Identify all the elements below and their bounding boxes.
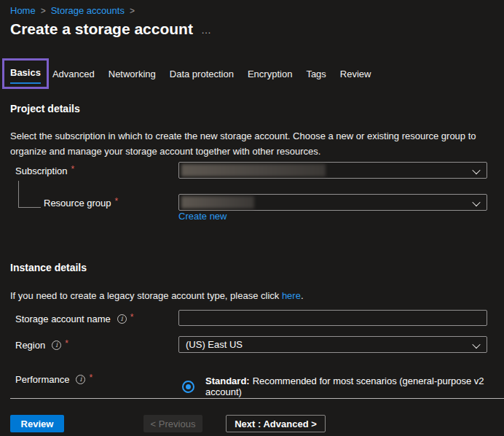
breadcrumb-link-home[interactable]: Home — [10, 5, 36, 16]
info-icon[interactable]: i — [76, 375, 85, 384]
redacted-subscription-value — [181, 164, 326, 176]
breadcrumb-separator: > — [130, 6, 135, 16]
region-selected-value: (US) East US — [179, 339, 243, 350]
radio-dot — [186, 384, 191, 389]
previous-button[interactable]: < Previous — [143, 415, 202, 432]
breadcrumb-separator: > — [41, 6, 46, 16]
region-dropdown[interactable]: (US) East US — [178, 336, 487, 353]
performance-option-bold: Standard: — [205, 375, 250, 386]
footer-divider — [10, 398, 504, 399]
performance-label: Performance i * — [15, 374, 92, 385]
resource-group-label-text: Resource group — [44, 198, 111, 209]
tab-review[interactable]: Review — [340, 69, 371, 79]
page-title: Create a storage account — [10, 20, 193, 38]
region-label-text: Region — [15, 340, 45, 351]
tab-basics-label: Basics — [10, 67, 41, 78]
performance-standard-option: Standard:Recommended for most scenarios … — [182, 375, 504, 397]
legacy-note-text: If you need to create a legacy storage a… — [10, 290, 282, 301]
tab-data-protection[interactable]: Data protection — [170, 69, 234, 79]
required-asterisk: * — [130, 312, 134, 322]
chevron-down-icon — [472, 340, 480, 349]
storage-account-name-input[interactable] — [178, 310, 487, 326]
review-button[interactable]: Review — [10, 415, 64, 432]
required-asterisk: * — [89, 373, 92, 383]
subscription-label: Subscription * — [15, 166, 74, 176]
performance-label-text: Performance — [15, 374, 69, 385]
legacy-account-note: If you need to create a legacy storage a… — [10, 288, 495, 303]
breadcrumb-link-storage-accounts[interactable]: Storage accounts — [51, 5, 125, 16]
create-storage-account-page: Home > Storage accounts > Create a stora… — [0, 0, 504, 436]
subscription-label-text: Subscription — [15, 166, 68, 176]
active-tab-underline — [10, 82, 41, 84]
resource-group-label: Resource group * — [44, 198, 118, 209]
required-asterisk: * — [115, 196, 119, 206]
project-details-heading: Project details — [10, 103, 80, 114]
tab-tags[interactable]: Tags — [306, 69, 326, 79]
required-asterisk: * — [65, 338, 68, 349]
tab-advanced[interactable]: Advanced — [52, 69, 95, 79]
radio-selected-icon[interactable] — [182, 381, 194, 393]
redacted-resource-group-value — [181, 196, 254, 209]
legacy-note-period: . — [301, 290, 304, 301]
basics-tab-highlight-box: Basics — [2, 58, 49, 89]
create-new-link[interactable]: Create new — [178, 211, 227, 222]
info-icon[interactable]: i — [52, 340, 61, 350]
storage-account-name-label: Storage account name i * — [15, 314, 133, 324]
required-asterisk: * — [71, 164, 75, 174]
wizard-tabs: Basics Advanced Networking Data protecti… — [2, 58, 371, 89]
next-advanced-button[interactable]: Next : Advanced > — [226, 415, 326, 432]
breadcrumb: Home > Storage accounts > — [10, 5, 135, 16]
chevron-down-icon — [472, 166, 480, 174]
legacy-here-link[interactable]: here — [282, 290, 301, 301]
tab-basics[interactable]: Basics — [10, 67, 41, 84]
info-icon[interactable]: i — [117, 314, 127, 324]
tab-networking[interactable]: Networking — [109, 69, 156, 79]
field-connector-horizontal — [18, 207, 41, 208]
region-label: Region i * — [15, 340, 68, 351]
tab-encryption[interactable]: Encryption — [248, 69, 292, 79]
performance-option-label: Standard:Recommended for most scenarios … — [205, 375, 504, 397]
resource-group-dropdown[interactable] — [178, 194, 487, 211]
more-menu-icon[interactable]: … — [201, 24, 212, 36]
chevron-down-icon — [472, 198, 480, 206]
field-connector-vertical — [18, 181, 19, 208]
instance-details-heading: Instance details — [10, 262, 87, 273]
subscription-dropdown[interactable] — [178, 162, 487, 179]
project-details-description: Select the subscription in which to crea… — [10, 128, 495, 159]
storage-account-name-label-text: Storage account name — [15, 314, 111, 324]
